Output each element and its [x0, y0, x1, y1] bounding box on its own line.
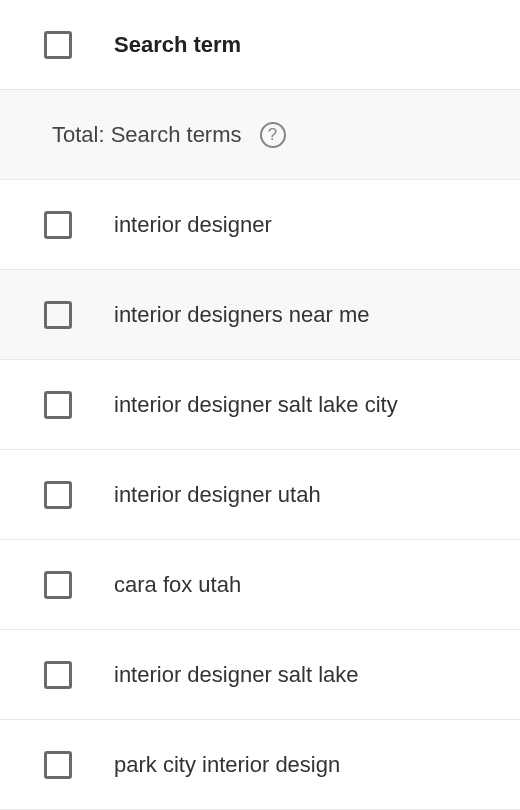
column-header-label: Search term	[114, 32, 241, 58]
select-all-checkbox[interactable]	[44, 31, 72, 59]
row-checkbox[interactable]	[44, 661, 72, 689]
row-checkbox[interactable]	[44, 301, 72, 329]
search-term-cell: interior designer	[114, 212, 272, 238]
search-term-cell: interior designer salt lake	[114, 662, 359, 688]
search-term-cell: cara fox utah	[114, 572, 241, 598]
column-header-row: Search term	[0, 0, 520, 90]
help-icon[interactable]: ?	[260, 122, 286, 148]
search-term-cell: interior designer salt lake city	[114, 392, 398, 418]
table-row: interior designers near me	[0, 270, 520, 360]
row-checkbox[interactable]	[44, 481, 72, 509]
total-label: Total: Search terms	[52, 122, 242, 148]
row-checkbox[interactable]	[44, 211, 72, 239]
table-row: cara fox utah	[0, 540, 520, 630]
row-checkbox[interactable]	[44, 571, 72, 599]
table-row: interior designer	[0, 180, 520, 270]
search-term-cell: interior designers near me	[114, 302, 370, 328]
table-row: interior designer salt lake city	[0, 360, 520, 450]
table-row: park city interior design	[0, 720, 520, 810]
search-term-cell: interior designer utah	[114, 482, 321, 508]
table-row: interior designer salt lake	[0, 630, 520, 720]
total-row: Total: Search terms ?	[0, 90, 520, 180]
search-term-cell: park city interior design	[114, 752, 340, 778]
row-checkbox[interactable]	[44, 751, 72, 779]
table-row: interior designer utah	[0, 450, 520, 540]
row-checkbox[interactable]	[44, 391, 72, 419]
